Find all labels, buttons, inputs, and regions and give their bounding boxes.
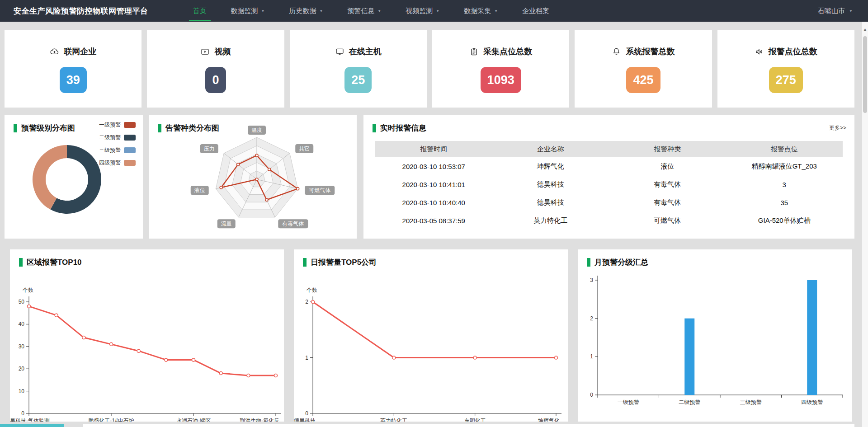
nav-item-4[interactable]: 预警信息▼ [335, 0, 393, 22]
panel-title: 日报警量TOP5公司 [303, 257, 377, 267]
svg-text:50: 50 [19, 299, 25, 305]
panel-title: 告警种类分布图 [158, 123, 219, 133]
alarm-header-cell: 报警时间 [375, 145, 492, 154]
legend-label: 二级预警 [99, 134, 121, 141]
table-row[interactable]: 2020-03-05 08:37:59英力特化工可燃气体GIA-520单体贮槽 [375, 211, 843, 230]
legend-item[interactable]: 三级预警 [99, 146, 136, 154]
nav-item-2[interactable]: 数据监测▼ [219, 0, 277, 22]
stat-value-badge: 39 [60, 67, 87, 93]
region-selector[interactable]: 石嘴山市 ▼ [818, 0, 853, 22]
alarm-header-cell: 报警种类 [609, 145, 726, 154]
nav-item-label: 数据采集 [464, 7, 491, 15]
svg-text:0: 0 [590, 392, 593, 398]
table-row[interactable]: 2020-03-10 10:40:40德昊科技有毒气体35 [375, 193, 843, 211]
alarm-cell: 2020-03-10 10:41:01 [375, 181, 492, 188]
region-top10-chart: 01020304050个数昊科技-气体监测鹏盛化工-1#电石炉永润石油-罐区荆洪… [10, 249, 284, 422]
legend-swatch [124, 160, 136, 166]
legend-swatch [124, 135, 136, 141]
video-icon [200, 47, 210, 56]
nav-item-label: 数据监测 [231, 7, 258, 15]
partial-card-strip [83, 424, 854, 427]
stat-card-6: 报警点位总数275 [717, 30, 854, 108]
svg-text:个数: 个数 [306, 287, 317, 293]
nav-item-7[interactable]: 企业档案 [510, 0, 561, 22]
stat-card-header: 视频 [200, 46, 231, 57]
svg-text:10: 10 [19, 388, 25, 394]
alarm-cell: 可燃气体 [609, 216, 726, 225]
legend-swatch [124, 147, 136, 153]
scrollbar-thumb[interactable] [863, 36, 867, 113]
table-row[interactable]: 2020-03-10 10:53:07坤辉气化液位精醇南罐液位GT_203 [375, 157, 843, 175]
alarm-cell: 精醇南罐液位GT_203 [726, 162, 843, 171]
stats-row: 联网企业39视频0在线主机25采集点位总数1093系统报警总数425报警点位总数… [5, 30, 854, 108]
nav-item-3[interactable]: 历史数据▼ [277, 0, 335, 22]
nav-item-label: 企业档案 [522, 7, 549, 15]
alarm-cell: 3 [726, 181, 843, 188]
stat-card-header: 采集点位总数 [469, 46, 532, 57]
alarm-cell: GIA-520单体贮槽 [726, 216, 843, 225]
nav-item-label: 历史数据 [289, 7, 316, 15]
nav-item-1[interactable]: 首页 [181, 0, 219, 22]
alarm-cell: 英力特化工 [492, 216, 609, 225]
top-navbar: 安全生产风险预警防控物联网管理平台 首页数据监测▼历史数据▼预警信息▼视频监测▼… [0, 0, 868, 22]
title-marker [14, 124, 17, 132]
panel-title: 实时报警信息 [373, 123, 426, 133]
svg-text:1: 1 [590, 353, 593, 360]
svg-text:可燃气体: 可燃气体 [309, 187, 330, 193]
partial-card-strip [0, 424, 64, 427]
svg-text:三级预警: 三级预警 [740, 399, 762, 405]
bell-icon [612, 47, 621, 56]
monthly-summary-panel: 月预警分级汇总 0123一级预警二级预警三级预警四级预警 [578, 249, 852, 422]
more-link[interactable]: 更多>> [829, 124, 846, 132]
stat-card-header: 联网企业 [50, 46, 96, 57]
title-marker [373, 124, 376, 132]
alarm-type-panel: 告警种类分布图 温度其它可燃气体有毒气体流量液位压力 [149, 115, 357, 239]
chevron-down-icon: ▼ [849, 9, 853, 13]
scroll-up-arrow[interactable]: ▲ [862, 27, 868, 32]
alarm-cell: 2020-03-10 10:53:07 [375, 163, 492, 170]
nav-item-6[interactable]: 数据采集▼ [452, 0, 510, 22]
chevron-down-icon: ▼ [494, 9, 498, 13]
alarm-cell: 2020-03-05 08:37:59 [375, 217, 492, 225]
legend-item[interactable]: 二级预警 [99, 134, 136, 141]
table-row[interactable]: 2020-03-10 10:41:01德昊科技有毒气体3 [375, 175, 843, 193]
legend-label: 四级预警 [99, 159, 121, 167]
alarm-cell: 坤辉气化 [492, 162, 609, 171]
legend-swatch [124, 122, 136, 128]
alarm-header-cell: 企业名称 [492, 145, 609, 154]
realtime-alarm-panel: 实时报警信息 更多>> 报警时间企业名称报警种类报警点位2020-03-10 1… [363, 115, 854, 239]
stat-card-2: 视频0 [147, 30, 284, 108]
panel-title-text: 实时报警信息 [380, 123, 426, 133]
stat-card-header: 报警点位总数 [755, 46, 817, 57]
stat-card-4: 采集点位总数1093 [432, 30, 569, 108]
alarm-header-cell: 报警点位 [726, 145, 843, 154]
stat-label: 采集点位总数 [483, 46, 532, 57]
panel-title-text: 预警级别分布图 [21, 123, 75, 133]
svg-text:0: 0 [305, 410, 308, 417]
alarm-cell: 德昊科技 [492, 198, 609, 207]
speaker-icon [755, 47, 764, 56]
title-marker [303, 258, 307, 267]
panel-title-text: 告警种类分布图 [165, 123, 219, 133]
stat-label: 报警点位总数 [769, 46, 817, 57]
panel-title-text: 日报警量TOP5公司 [311, 257, 377, 267]
nav-item-5[interactable]: 视频监测▼ [393, 0, 452, 22]
dashboard-page: 安全生产风险预警防控物联网管理平台 首页数据监测▼历史数据▼预警信息▼视频监测▼… [0, 0, 868, 427]
page-scrollbar[interactable]: ▲ [862, 22, 868, 427]
monthly-summary-chart: 0123一级预警二级预警三级预警四级预警 [578, 249, 852, 422]
chevron-down-icon: ▼ [436, 9, 439, 13]
alarm-cell: 德昊科技 [492, 180, 609, 189]
legend-item[interactable]: 一级预警 [99, 121, 136, 129]
legend-item[interactable]: 四级预警 [99, 159, 136, 167]
svg-text:温度: 温度 [251, 127, 262, 133]
panel-title: 月预警分级汇总 [587, 257, 648, 267]
title-marker [19, 258, 23, 267]
chevron-down-icon: ▼ [377, 9, 381, 13]
title-marker [158, 124, 161, 132]
alarm-cell: 2020-03-10 10:40:40 [375, 199, 492, 206]
svg-text:30: 30 [19, 343, 25, 350]
legend-label: 一级预警 [99, 121, 121, 129]
legend-label: 三级预警 [99, 146, 121, 154]
alarm-type-radar-chart: 温度其它可燃气体有毒气体流量液位压力 [149, 115, 357, 239]
panel-title-text: 月预警分级汇总 [594, 257, 648, 267]
